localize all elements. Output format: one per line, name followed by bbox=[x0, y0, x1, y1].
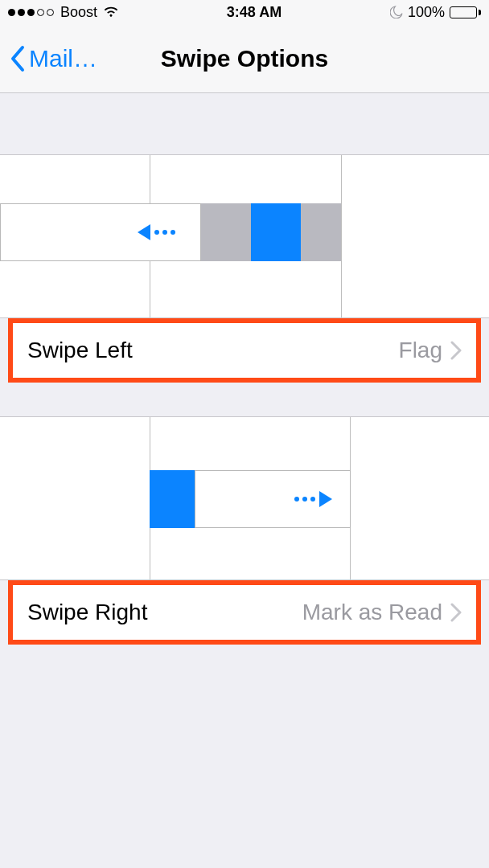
status-time: 3:48 AM bbox=[227, 4, 281, 21]
battery-percent: 100% bbox=[408, 4, 445, 21]
swipe-left-illustration bbox=[0, 154, 489, 318]
status-right: 100% bbox=[390, 4, 481, 21]
chevron-left-icon bbox=[8, 44, 27, 73]
swipe-action-gray bbox=[201, 203, 251, 261]
swipe-action-blue bbox=[150, 470, 195, 528]
swipe-cell-white bbox=[195, 470, 351, 528]
svg-point-1 bbox=[154, 230, 159, 235]
back-button[interactable]: Mail… bbox=[8, 44, 97, 73]
svg-point-2 bbox=[162, 230, 167, 235]
swipe-left-label: Swipe Left bbox=[27, 338, 133, 363]
carrier-label: Boost bbox=[60, 4, 97, 21]
nav-bar: Mail… Swipe Options bbox=[0, 24, 489, 93]
status-bar: Boost 3:48 AM 100% bbox=[0, 0, 489, 24]
svg-marker-0 bbox=[138, 224, 150, 240]
svg-marker-7 bbox=[319, 491, 332, 507]
swipe-right-arrow-icon bbox=[287, 489, 332, 509]
back-label: Mail… bbox=[29, 45, 97, 72]
chevron-right-icon bbox=[450, 603, 462, 622]
swipe-left-row[interactable]: Swipe Left Flag bbox=[8, 318, 481, 383]
swipe-left-arrow-icon bbox=[138, 223, 183, 242]
do-not-disturb-icon bbox=[390, 6, 403, 18]
swipe-right-row[interactable]: Swipe Right Mark as Read bbox=[8, 580, 481, 645]
svg-point-4 bbox=[294, 497, 299, 502]
swipe-right-label: Swipe Right bbox=[27, 600, 147, 625]
section-spacer bbox=[0, 93, 489, 154]
swipe-action-blue bbox=[251, 203, 301, 261]
svg-point-3 bbox=[171, 230, 175, 235]
svg-point-6 bbox=[310, 497, 315, 502]
section-spacer bbox=[0, 383, 489, 416]
chevron-right-icon bbox=[450, 341, 462, 360]
swipe-right-value: Mark as Read bbox=[302, 600, 442, 625]
battery-icon bbox=[450, 6, 481, 18]
status-left: Boost bbox=[8, 4, 118, 21]
svg-point-5 bbox=[302, 497, 307, 502]
swipe-action-gray bbox=[301, 203, 341, 261]
swipe-left-value: Flag bbox=[399, 338, 442, 363]
signal-strength-icon bbox=[8, 9, 54, 16]
wifi-icon bbox=[104, 6, 118, 18]
swipe-right-illustration bbox=[0, 416, 489, 580]
swipe-cell-white bbox=[0, 203, 201, 261]
